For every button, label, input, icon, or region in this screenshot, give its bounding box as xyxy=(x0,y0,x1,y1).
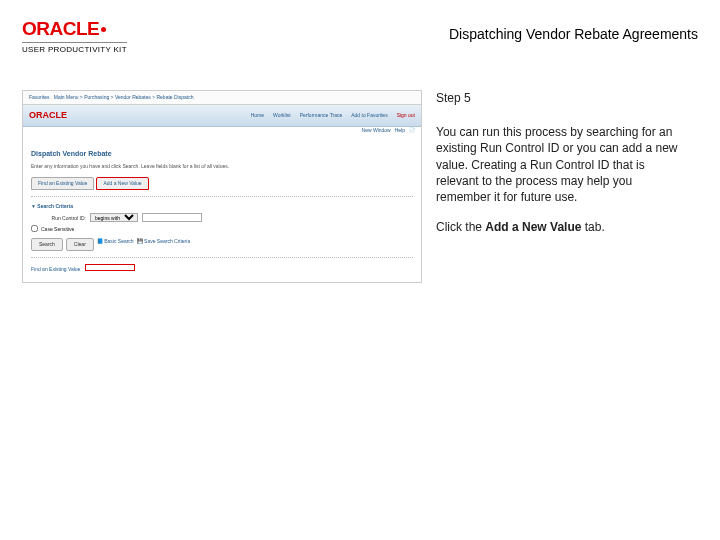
case-sensitive-checkbox[interactable] xyxy=(31,225,38,232)
nav-perf-trace[interactable]: Performance Trace xyxy=(300,112,343,119)
clear-button[interactable]: Clear xyxy=(66,238,94,251)
upk-subtitle: USER PRODUCTIVITY KIT xyxy=(22,42,127,54)
upk-logo: ORACLE USER PRODUCTIVITY KIT xyxy=(22,18,127,54)
basic-search-link[interactable]: 📘 Basic Search xyxy=(97,238,134,251)
search-button[interactable]: Search xyxy=(31,238,63,251)
nav-home[interactable]: Home xyxy=(251,112,264,119)
app-oracle-logo: ORACLE xyxy=(29,110,67,122)
page-description: Enter any information you have and click… xyxy=(31,163,413,170)
crumb-purchasing[interactable]: Purchasing xyxy=(84,94,109,100)
page-header: ORACLE USER PRODUCTIVITY KIT Dispatching… xyxy=(0,0,720,60)
nav-worklist[interactable]: Worklist xyxy=(273,112,291,119)
logo-dot-icon xyxy=(101,27,106,32)
crumb-favorites[interactable]: Favorites xyxy=(29,94,50,100)
operator-select[interactable]: begins with xyxy=(90,213,138,222)
personalize-icon[interactable]: 📄 xyxy=(409,127,415,134)
step-label: Step 5 xyxy=(436,90,686,106)
tab-find-existing[interactable]: Find an Existing Value xyxy=(31,177,94,190)
instruction-action: Click the Add a New Value tab. xyxy=(436,219,686,235)
app-screenshot: Favorites Main Menu > Purchasing > Vendo… xyxy=(22,90,422,283)
divider xyxy=(31,196,413,197)
link-help[interactable]: Help xyxy=(395,127,405,134)
instruction-body: You can run this process by searching fo… xyxy=(436,124,686,205)
tab-add-new-value[interactable]: Add a New Value xyxy=(96,177,148,190)
run-control-input[interactable] xyxy=(142,213,202,222)
page-title: Dispatch Vendor Rebate xyxy=(31,149,413,158)
breadcrumb: Favorites Main Menu > Purchasing > Vendo… xyxy=(23,91,421,105)
highlight-box-icon xyxy=(85,264,135,271)
oracle-wordmark: ORACLE xyxy=(22,18,99,40)
app-brand-bar: ORACLE Home Worklist Performance Trace A… xyxy=(23,105,421,128)
nav-sign-out[interactable]: Sign out xyxy=(397,112,415,119)
lesson-title: Dispatching Vendor Rebate Agreements xyxy=(449,18,698,42)
search-criteria-section[interactable]: Search Criteria xyxy=(31,203,413,210)
run-control-label: Run Control ID: xyxy=(31,215,86,222)
crumb-main-menu[interactable]: Main Menu xyxy=(54,94,79,100)
instruction-panel: Step 5 You can run this process by searc… xyxy=(436,90,686,283)
link-new-window[interactable]: New Window xyxy=(362,127,391,134)
save-search-link[interactable]: 💾 Save Search Criteria xyxy=(137,238,191,251)
case-sensitive-label: Case Sensitive xyxy=(41,226,74,233)
crumb-rebate-dispatch[interactable]: Rebate Dispatch xyxy=(156,94,193,100)
footer-find-existing-link[interactable]: Find an Existing Value xyxy=(31,266,80,272)
nav-add-favorites[interactable]: Add to Favorites xyxy=(351,112,387,119)
crumb-vendor-rebates[interactable]: Vendor Rebates xyxy=(115,94,151,100)
divider xyxy=(31,257,413,258)
